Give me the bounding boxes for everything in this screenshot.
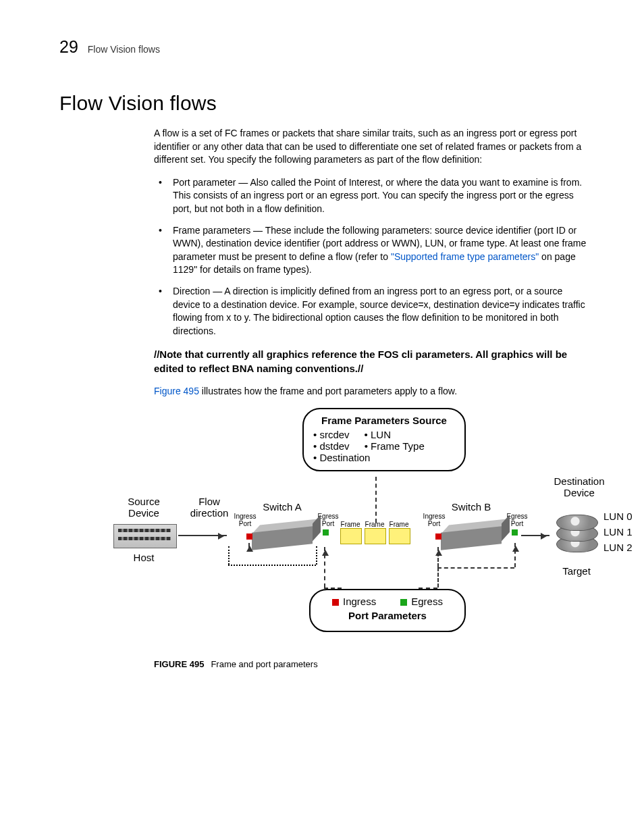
- lun-label: LUN 0: [603, 511, 633, 522]
- dashed-connector: [324, 547, 325, 588]
- callout-item: srcdev: [313, 429, 350, 440]
- arrow-up-icon: [248, 543, 250, 550]
- dashed-connector: [514, 543, 516, 567]
- running-title: Flow Vision flows: [88, 44, 160, 55]
- frame-icon: [365, 528, 386, 544]
- parameter-list: Port parameter — Also called the Point o…: [154, 176, 591, 338]
- source-device-label: Source Device: [128, 496, 160, 519]
- chapter-number: 29: [59, 37, 78, 57]
- ingress-port-icon: [435, 533, 441, 540]
- editor-note: //Note that currently all graphics refer…: [154, 347, 591, 375]
- dashed-connector: [437, 547, 439, 567]
- dashed-connector: [324, 588, 342, 589]
- callout-item: LUN: [365, 429, 391, 440]
- callout-title: Frame Parameters Source: [313, 415, 455, 426]
- egress-port-label: Egress Port: [317, 513, 338, 527]
- switch-icon: [252, 526, 313, 550]
- figure-reference-line: Figure 495 illustrates how the frame and…: [154, 385, 591, 398]
- dashed-connector: [437, 567, 439, 588]
- frame-params-callout: Frame Parameters Source srcdev LUN dstde…: [302, 408, 466, 471]
- lun-label: LUN 2: [603, 542, 633, 553]
- dashed-connector: [437, 567, 514, 569]
- callout-item: dstdev: [313, 440, 350, 452]
- egress-port-icon: [512, 529, 518, 536]
- switch-a-label: Switch A: [263, 501, 302, 513]
- dotted-connector: [228, 565, 316, 566]
- dotted-connector: [316, 546, 317, 565]
- callout-row: srcdev LUN: [313, 429, 455, 440]
- frame-label: Frame: [365, 521, 385, 528]
- list-text: — A direction is implicitly defined from…: [173, 286, 585, 336]
- running-header: 29 Flow Vision flows: [59, 37, 591, 57]
- host-label: Host: [134, 552, 155, 563]
- ingress-port-label: Ingress Port: [423, 513, 446, 527]
- dotted-connector: [228, 546, 230, 565]
- cross-ref-link[interactable]: "Supported frame type parameters": [391, 251, 539, 262]
- page: 29 Flow Vision flows Flow Vision flows A…: [0, 0, 644, 834]
- intro-paragraph: A flow is a set of FC frames or packets …: [154, 127, 591, 167]
- switch-b-label: Switch B: [452, 501, 491, 513]
- figure-diagram: Frame Parameters Source srcdev LUN dstde…: [113, 408, 626, 651]
- legend-ingress: Ingress: [332, 596, 376, 607]
- dashed-connector: [375, 477, 377, 523]
- body-column: A flow is a set of FC frames or packets …: [154, 127, 591, 398]
- callout-row: Destination: [313, 452, 455, 463]
- list-lead: Direction: [173, 286, 210, 296]
- frame-label: Frame: [390, 521, 409, 528]
- switch-icon: [441, 526, 502, 550]
- frame-icon: [340, 528, 362, 544]
- callout-item: Destination: [313, 452, 370, 463]
- ingress-port-label: Ingress Port: [234, 513, 257, 527]
- figure-ref-text: illustrates how the frame and port param…: [199, 386, 457, 396]
- target-label: Target: [562, 565, 591, 577]
- egress-port-icon: [323, 529, 329, 536]
- list-item: Port parameter — Also called the Point o…: [154, 176, 591, 216]
- flow-direction-label: Flow direction: [190, 496, 229, 519]
- callout-row: dstdev Frame Type: [313, 440, 455, 452]
- lun-label: LUN 1: [603, 526, 633, 538]
- frame-icon: [389, 528, 410, 544]
- list-item: Direction — A direction is implicitly de…: [154, 285, 591, 338]
- legend-egress: Egress: [400, 596, 443, 607]
- figure-caption: FIGURE 495Frame and port parameters: [154, 659, 591, 669]
- callout-title: Port Parameters: [320, 610, 455, 621]
- ingress-port-icon: [246, 533, 252, 540]
- target-icon: [556, 509, 597, 561]
- list-item: Frame parameters — These include the fol…: [154, 224, 591, 277]
- callout-item: Frame Type: [365, 440, 425, 452]
- figure-ref-link[interactable]: Figure 495: [154, 386, 199, 396]
- figure-number: FIGURE 495: [154, 659, 204, 669]
- egress-port-label: Egress Port: [506, 513, 527, 527]
- list-lead: Frame parameters: [173, 225, 250, 236]
- section-heading: Flow Vision flows: [59, 92, 591, 115]
- list-lead: Port parameter: [173, 177, 236, 188]
- frame-label: Frame: [341, 521, 360, 528]
- figure-title: Frame and port parameters: [211, 659, 317, 669]
- arrow-icon: [521, 535, 549, 536]
- arrow-icon: [178, 535, 227, 536]
- destination-device-label: Destination Device: [554, 475, 604, 498]
- port-params-callout: Ingress Egress Port Parameters: [309, 589, 466, 632]
- dashed-connector: [419, 588, 437, 589]
- host-icon: [113, 524, 177, 548]
